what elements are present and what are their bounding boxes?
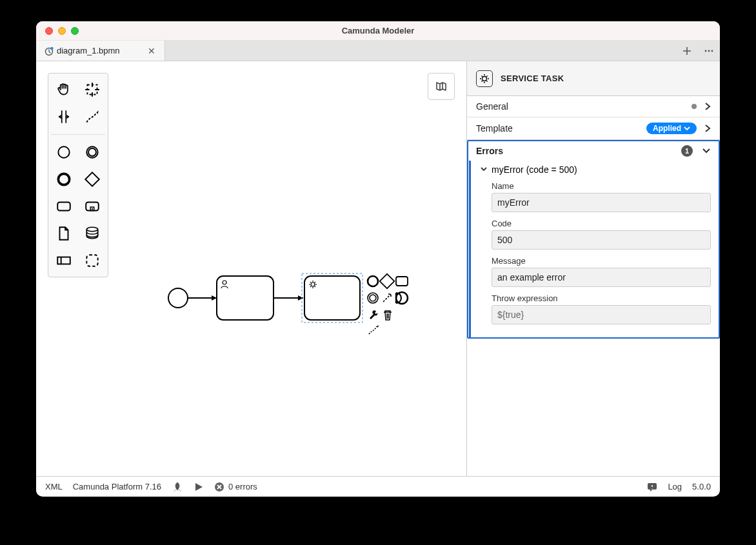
field-label-message: Message xyxy=(492,256,711,266)
svg-rect-11 xyxy=(57,203,70,211)
pad-gateway-icon[interactable] xyxy=(380,274,395,289)
hand-tool[interactable] xyxy=(51,77,77,102)
space-tool[interactable] xyxy=(51,104,77,129)
end-event-tool[interactable] xyxy=(51,167,77,192)
svg-point-14 xyxy=(86,227,97,232)
run-button[interactable] xyxy=(194,482,204,492)
pad-intermediate-event-icon[interactable] xyxy=(368,293,378,303)
chevron-down-icon xyxy=(702,146,711,155)
minimap-toggle[interactable] xyxy=(428,73,455,100)
svg-point-20 xyxy=(370,295,376,301)
error-name-input[interactable] xyxy=(492,193,711,212)
svg-point-6 xyxy=(58,146,69,157)
log-toggle[interactable]: Log xyxy=(668,482,682,491)
new-tab-button[interactable] xyxy=(676,41,698,61)
close-window-button[interactable] xyxy=(45,27,53,35)
error-item-title: myError (code = 500) xyxy=(492,164,577,175)
template-applied-badge[interactable]: Applied xyxy=(646,123,697,134)
svg-point-1 xyxy=(50,46,53,49)
section-label: Errors xyxy=(476,146,503,156)
pad-annotation-icon[interactable] xyxy=(383,294,391,302)
deploy-button[interactable] xyxy=(172,481,183,493)
svg-point-4 xyxy=(711,50,713,52)
svg-point-3 xyxy=(708,50,710,52)
chevron-right-icon xyxy=(704,124,711,133)
svg-rect-15 xyxy=(57,257,70,264)
version-label: 5.0.0 xyxy=(692,482,711,491)
svg-point-8 xyxy=(88,148,96,156)
errors-body: myError (code = 500) Name Code Message xyxy=(469,161,719,337)
titlebar: Camunda Modeler xyxy=(36,21,720,41)
window-title: Camunda Modeler xyxy=(342,26,415,35)
start-event[interactable] xyxy=(168,288,188,308)
connect-tool[interactable] xyxy=(79,104,105,129)
chevron-right-icon xyxy=(704,102,711,111)
tab-bar: diagram_1.bpmn ✕ xyxy=(36,41,720,61)
platform-selector[interactable]: Camunda Platform 7.16 xyxy=(73,482,161,491)
xml-toggle[interactable]: XML xyxy=(45,482,63,491)
tab-close-button[interactable]: ✕ xyxy=(146,46,157,56)
svg-rect-16 xyxy=(86,255,97,266)
pool-tool[interactable] xyxy=(51,248,77,273)
svg-rect-10 xyxy=(85,172,99,186)
svg-point-22 xyxy=(482,76,487,81)
section-template[interactable]: Template Applied xyxy=(467,117,720,140)
more-button[interactable] xyxy=(698,41,720,61)
svg-point-9 xyxy=(58,173,69,184)
chevron-down-icon xyxy=(480,166,488,173)
subprocess-tool[interactable] xyxy=(79,194,105,219)
error-icon xyxy=(214,482,224,492)
field-label-name: Name xyxy=(492,181,711,191)
errors-indicator[interactable]: 0 errors xyxy=(214,482,257,492)
properties-panel: SERVICE TASK General Template Applied xyxy=(467,61,720,476)
gateway-tool[interactable] xyxy=(79,167,105,192)
bpmn-file-icon xyxy=(44,46,53,55)
file-tab[interactable]: diagram_1.bpmn ✕ xyxy=(36,41,165,61)
error-item-header[interactable]: myError (code = 500) xyxy=(480,162,711,177)
pad-delete-icon[interactable] xyxy=(384,311,392,320)
pad-task-icon[interactable] xyxy=(396,277,408,286)
chevron-down-icon xyxy=(684,125,690,132)
errors-count-badge: 1 xyxy=(681,145,693,157)
feedback-button[interactable] xyxy=(647,482,657,492)
status-bar: XML Camunda Platform 7.16 0 errors Log 5… xyxy=(36,476,720,497)
errors-header[interactable]: Errors 1 xyxy=(468,141,719,161)
section-label: Template xyxy=(476,123,513,134)
intermediate-event-tool[interactable] xyxy=(79,140,105,164)
pad-connect-icon[interactable] xyxy=(369,325,379,334)
task-tool[interactable] xyxy=(51,194,77,219)
group-tool[interactable] xyxy=(79,248,105,273)
canvas[interactable] xyxy=(36,61,467,476)
error-throw-input[interactable] xyxy=(492,305,711,324)
pad-end-event-icon[interactable] xyxy=(368,276,378,286)
bpmn-diagram xyxy=(165,271,443,355)
section-errors: Errors 1 myError (code = 500) Name Code xyxy=(467,140,720,339)
section-label: General xyxy=(476,101,508,112)
properties-header: SERVICE TASK xyxy=(467,61,720,96)
minimize-window-button[interactable] xyxy=(58,27,66,35)
service-task-type-icon xyxy=(476,70,493,87)
properties-title: SERVICE TASK xyxy=(501,74,564,83)
dirty-indicator-icon xyxy=(691,104,697,109)
user-task[interactable] xyxy=(217,276,274,320)
pad-attach-end-event-icon[interactable] xyxy=(396,292,408,304)
data-object-tool[interactable] xyxy=(51,221,77,246)
start-event-tool[interactable] xyxy=(51,140,77,164)
field-label-code: Code xyxy=(492,219,711,228)
lasso-tool[interactable] xyxy=(79,77,105,102)
tab-label: diagram_1.bpmn xyxy=(57,46,120,55)
error-message-input[interactable] xyxy=(492,268,711,287)
main-area: SERVICE TASK General Template Applied xyxy=(36,61,720,476)
data-store-tool[interactable] xyxy=(79,221,105,246)
palette xyxy=(48,73,108,277)
field-label-throw: Throw expression xyxy=(492,293,711,303)
app-window: Camunda Modeler diagram_1.bpmn ✕ xyxy=(36,21,720,497)
section-general[interactable]: General xyxy=(467,96,720,117)
context-pad xyxy=(368,274,408,334)
pad-wrench-icon[interactable] xyxy=(370,310,377,319)
window-controls xyxy=(36,27,79,35)
error-code-input[interactable] xyxy=(492,230,711,250)
svg-point-2 xyxy=(705,50,707,52)
maximize-window-button[interactable] xyxy=(71,27,79,35)
